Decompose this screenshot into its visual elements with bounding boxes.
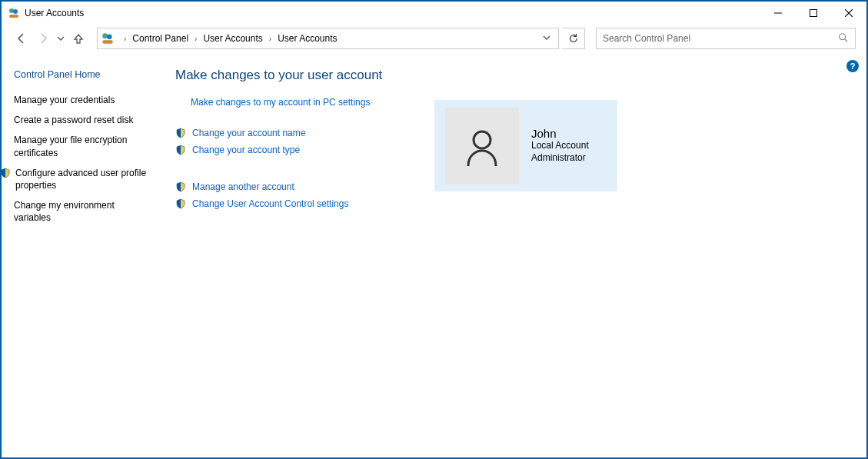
svg-point-0 xyxy=(9,8,14,13)
breadcrumb-user-accounts-1[interactable]: User Accounts xyxy=(201,33,264,44)
left-link-advanced-user-profile[interactable]: Configure advanced user profile properti… xyxy=(14,167,152,191)
left-link-label: Manage your file encryption certificates xyxy=(14,134,152,158)
svg-point-12 xyxy=(474,131,491,148)
user-info: John Local Account Administrator xyxy=(531,127,589,164)
maximize-button[interactable] xyxy=(796,2,831,25)
user-accounts-icon xyxy=(8,7,20,19)
user-name: John xyxy=(531,127,589,140)
svg-rect-4 xyxy=(810,10,817,17)
recent-locations-dropdown[interactable] xyxy=(55,29,66,48)
navigation-toolbar: › Control Panel › User Accounts › User A… xyxy=(2,25,866,52)
action-change-uac-settings[interactable]: Change User Account Control settings xyxy=(175,198,851,209)
svg-point-10 xyxy=(840,33,846,39)
left-nav-pane: Control Panel Home Manage your credentia… xyxy=(2,60,163,232)
minimize-button[interactable] xyxy=(760,2,796,25)
shield-icon xyxy=(0,168,11,178)
back-button[interactable] xyxy=(12,29,31,48)
link-label: Change User Account Control settings xyxy=(192,198,348,209)
left-link-label: Change my environment variables xyxy=(14,199,152,224)
svg-point-1 xyxy=(13,9,18,14)
left-link-label: Manage your credentials xyxy=(14,94,115,106)
current-user-card: John Local Account Administrator xyxy=(434,100,617,191)
search-box[interactable] xyxy=(596,28,856,49)
shield-icon xyxy=(175,198,186,209)
up-button[interactable] xyxy=(69,29,88,48)
breadcrumb-user-accounts-2[interactable]: User Accounts xyxy=(276,33,338,44)
refresh-button[interactable] xyxy=(562,28,585,49)
left-link-label: Create a password reset disk xyxy=(14,114,133,126)
shield-icon xyxy=(175,181,186,192)
window-title: User Accounts xyxy=(25,8,760,18)
svg-line-11 xyxy=(845,38,848,42)
address-bar[interactable]: › Control Panel › User Accounts › User A… xyxy=(97,28,559,49)
search-input[interactable] xyxy=(603,33,838,44)
breadcrumb-separator-icon[interactable]: › xyxy=(119,35,131,43)
left-link-label: Configure advanced user profile properti… xyxy=(15,167,152,191)
breadcrumb-separator-icon[interactable]: › xyxy=(264,35,276,43)
link-label: Make changes to my account in PC setting… xyxy=(191,97,370,108)
left-link-manage-credentials[interactable]: Manage your credentials xyxy=(14,94,152,106)
user-avatar xyxy=(445,108,519,185)
location-icon xyxy=(101,32,115,45)
shield-icon xyxy=(175,128,186,138)
forward-button[interactable] xyxy=(34,29,52,48)
left-link-file-encryption-certs[interactable]: Manage your file encryption certificates xyxy=(14,134,152,158)
user-account-type: Local Account xyxy=(531,140,589,152)
left-link-password-reset-disk[interactable]: Create a password reset disk xyxy=(14,114,152,126)
link-label: Change your account type xyxy=(192,145,300,155)
svg-point-8 xyxy=(107,34,112,39)
search-icon[interactable] xyxy=(838,32,849,45)
breadcrumb-separator-icon[interactable]: › xyxy=(190,35,201,43)
control-panel-home-link[interactable]: Control Panel Home xyxy=(14,69,152,80)
svg-rect-2 xyxy=(9,15,18,18)
svg-rect-9 xyxy=(102,40,113,44)
breadcrumb-control-panel[interactable]: Control Panel xyxy=(131,33,190,44)
svg-point-7 xyxy=(102,33,108,38)
left-link-environment-variables[interactable]: Change my environment variables xyxy=(14,199,152,224)
close-button[interactable] xyxy=(831,2,866,25)
page-heading: Make changes to your user account xyxy=(175,68,851,83)
window-titlebar: User Accounts xyxy=(2,2,866,25)
user-role: Administrator xyxy=(531,152,589,165)
shield-icon xyxy=(175,145,186,155)
link-label: Manage another account xyxy=(192,181,294,192)
address-dropdown-icon[interactable] xyxy=(538,34,555,43)
link-label: Change your account name xyxy=(192,128,305,138)
